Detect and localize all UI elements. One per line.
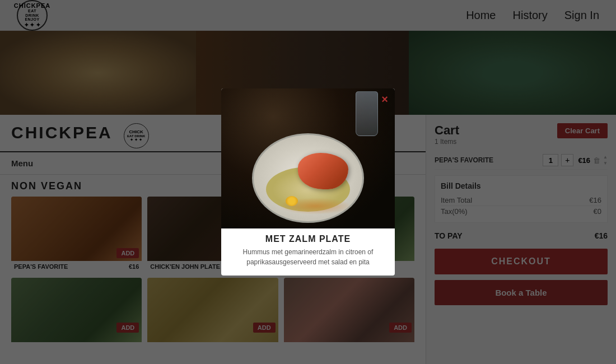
modal-img-bg (221, 88, 395, 228)
modal-food-image (221, 88, 395, 228)
modal-dish-description: Hummus met gemarineerdzalm in citroen of… (221, 244, 395, 267)
modal-overlay[interactable]: × MET ZALM PLATE Hummus met gemarineerdz… (0, 0, 616, 364)
modal-box: × MET ZALM PLATE Hummus met gemarineerdz… (221, 88, 395, 276)
egg-yolk (286, 196, 298, 206)
glass (356, 91, 378, 136)
modal-dish-title: MET ZALM PLATE (221, 234, 395, 244)
salmon (298, 153, 348, 189)
modal-close-button[interactable]: × (381, 93, 388, 106)
